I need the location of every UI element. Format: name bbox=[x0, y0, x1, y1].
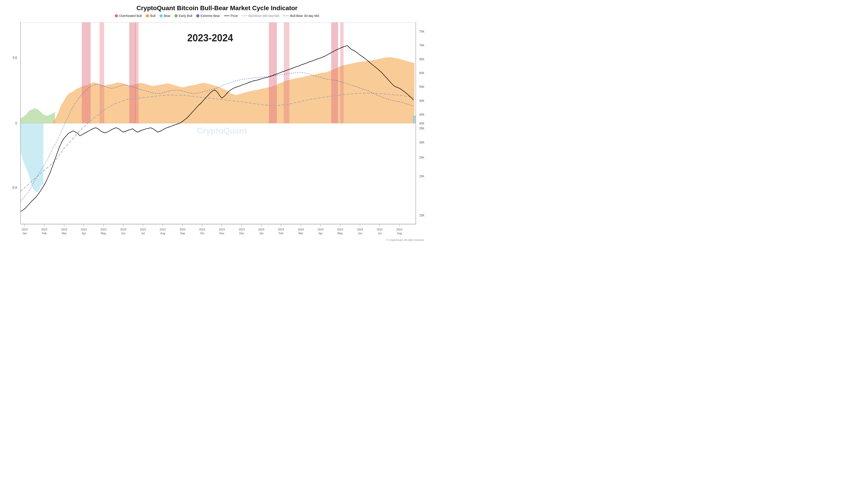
svg-rect-22 bbox=[82, 22, 88, 123]
svg-text:Apr: Apr bbox=[82, 231, 86, 235]
svg-text:25K: 25K bbox=[419, 156, 425, 159]
svg-text:2024: 2024 bbox=[377, 228, 383, 231]
svg-text:2024: 2024 bbox=[298, 228, 304, 231]
svg-text:Jul: Jul bbox=[141, 231, 145, 235]
copyright: © CryptoQuant. All rights reserved bbox=[386, 238, 424, 241]
svg-text:Jun: Jun bbox=[358, 231, 362, 235]
legend-overheated-bull-label: Overheated Bull bbox=[119, 14, 142, 18]
legend-extreme-bear: Extreme Bear bbox=[196, 14, 220, 18]
svg-rect-30 bbox=[340, 22, 344, 123]
svg-text:Aug: Aug bbox=[160, 231, 165, 235]
svg-rect-23 bbox=[88, 22, 91, 123]
svg-text:Nov: Nov bbox=[219, 231, 224, 235]
legend-bear-label: Bear bbox=[164, 14, 170, 18]
legend-365ma: Bull-Bear 365-day MA bbox=[242, 14, 279, 18]
svg-text:2023: 2023 bbox=[160, 228, 166, 231]
svg-rect-31 bbox=[413, 116, 416, 123]
bear-icon bbox=[160, 14, 163, 18]
bull-icon bbox=[146, 14, 149, 18]
overheated-bull-icon bbox=[115, 14, 118, 18]
30ma-line-icon bbox=[283, 15, 289, 16]
svg-text:2023: 2023 bbox=[219, 228, 225, 231]
svg-text:60K: 60K bbox=[419, 71, 425, 75]
chart-title: CryptoQuant Bitcoin Bull-Bear Market Cyc… bbox=[136, 4, 298, 12]
svg-text:2023-2024: 2023-2024 bbox=[187, 32, 233, 43]
svg-text:2023: 2023 bbox=[199, 228, 205, 231]
svg-rect-29 bbox=[331, 22, 338, 123]
svg-rect-26 bbox=[135, 22, 138, 123]
365ma-line-icon bbox=[242, 15, 247, 16]
svg-text:Mar: Mar bbox=[299, 231, 304, 235]
legend: Overheated Bull Bull Bear Early Bull Ext… bbox=[115, 14, 319, 18]
svg-text:-0.6: -0.6 bbox=[11, 186, 17, 190]
svg-text:20K: 20K bbox=[419, 174, 425, 178]
svg-text:30K: 30K bbox=[419, 140, 425, 144]
svg-text:2023: 2023 bbox=[22, 228, 28, 231]
legend-early-bull: Early Bull bbox=[175, 14, 192, 18]
svg-text:Dec: Dec bbox=[239, 231, 244, 235]
svg-text:2023: 2023 bbox=[239, 228, 245, 231]
svg-text:2024: 2024 bbox=[337, 228, 343, 231]
svg-text:Jul: Jul bbox=[378, 231, 381, 235]
legend-365ma-label: Bull-Bear 365-day MA bbox=[248, 14, 279, 18]
svg-text:May: May bbox=[338, 231, 343, 235]
svg-text:50K: 50K bbox=[419, 99, 425, 103]
svg-rect-25 bbox=[129, 22, 136, 123]
svg-text:2024: 2024 bbox=[317, 228, 323, 231]
svg-text:Feb: Feb bbox=[279, 231, 283, 235]
svg-text:Oct: Oct bbox=[200, 231, 204, 235]
svg-text:Feb: Feb bbox=[42, 231, 46, 235]
svg-text:2024: 2024 bbox=[278, 228, 284, 231]
price-line-icon bbox=[224, 15, 229, 16]
svg-text:65K: 65K bbox=[419, 57, 425, 61]
svg-text:Apr: Apr bbox=[318, 231, 323, 235]
svg-text:35K: 35K bbox=[419, 127, 425, 130]
svg-text:2023: 2023 bbox=[61, 228, 67, 231]
legend-bear: Bear bbox=[160, 14, 170, 18]
early-bull-icon bbox=[175, 14, 178, 18]
svg-text:Jan: Jan bbox=[259, 231, 264, 235]
legend-bull: Bull bbox=[146, 14, 155, 18]
legend-extreme-bear-label: Extreme Bear bbox=[200, 14, 220, 18]
chart-container: CryptoQuant Bitcoin Bull-Bear Market Cyc… bbox=[0, 0, 434, 244]
svg-text:2024: 2024 bbox=[258, 228, 265, 231]
extreme-bear-icon bbox=[196, 14, 199, 18]
svg-text:Aug: Aug bbox=[397, 231, 402, 235]
svg-text:2023: 2023 bbox=[81, 228, 87, 231]
svg-text:40K: 40K bbox=[419, 121, 425, 125]
svg-text:2023: 2023 bbox=[180, 228, 186, 231]
svg-text:0: 0 bbox=[16, 121, 17, 125]
svg-text:2023: 2023 bbox=[41, 228, 47, 231]
svg-text:55K: 55K bbox=[419, 85, 425, 89]
svg-text:Jan: Jan bbox=[22, 231, 27, 235]
svg-text:45K: 45K bbox=[419, 112, 425, 116]
svg-text:70K: 70K bbox=[419, 43, 425, 47]
svg-rect-27 bbox=[269, 22, 277, 123]
svg-text:May: May bbox=[101, 231, 106, 235]
svg-rect-28 bbox=[284, 22, 289, 123]
svg-text:2023: 2023 bbox=[100, 228, 106, 231]
svg-text:Jun: Jun bbox=[121, 231, 126, 235]
legend-bull-label: Bull bbox=[150, 14, 155, 18]
svg-text:Mar: Mar bbox=[62, 231, 67, 235]
legend-overheated-bull: Overheated Bull bbox=[115, 14, 142, 18]
svg-rect-24 bbox=[99, 22, 104, 123]
legend-price: Price bbox=[224, 14, 238, 18]
legend-30ma: Bull-Bear 30-day MA bbox=[283, 14, 319, 18]
svg-text:0.6: 0.6 bbox=[13, 56, 17, 60]
svg-text:2023: 2023 bbox=[120, 228, 126, 231]
legend-30ma-label: Bull-Bear 30-day MA bbox=[290, 14, 319, 18]
svg-text:2023: 2023 bbox=[140, 228, 146, 231]
svg-text:2024: 2024 bbox=[357, 228, 363, 231]
legend-early-bull-label: Early Bull bbox=[179, 14, 192, 18]
legend-price-label: Price bbox=[230, 14, 238, 18]
chart-area: CryptoQuant 0.6 0 -0.6 75K 70K 65K 60K 5… bbox=[4, 20, 430, 242]
svg-text:75K: 75K bbox=[419, 29, 425, 33]
svg-text:15K: 15K bbox=[419, 214, 425, 217]
main-svg: 0.6 0 -0.6 75K 70K 65K 60K 55K 50K 45K 4… bbox=[4, 20, 430, 242]
svg-text:2024: 2024 bbox=[396, 228, 402, 231]
svg-text:Sep: Sep bbox=[180, 231, 185, 235]
